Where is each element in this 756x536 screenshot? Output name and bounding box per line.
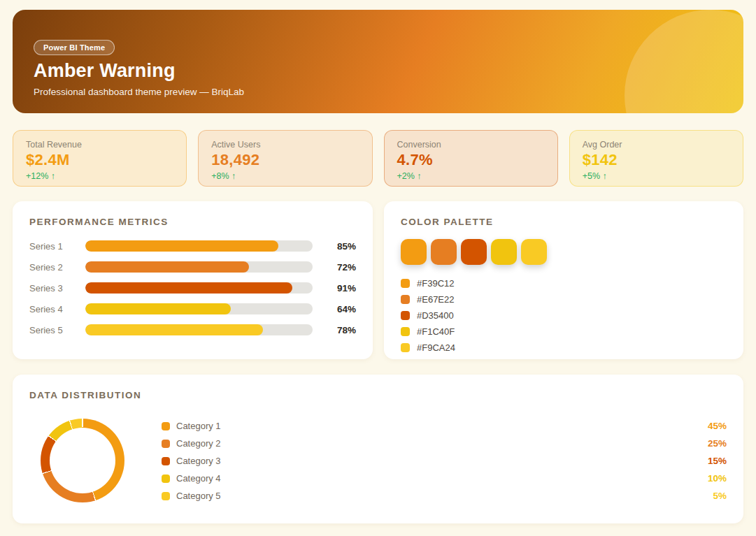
stat-value: $2.4M: [26, 151, 173, 169]
metric-bar-fill: [85, 324, 263, 335]
metric-row: Series 2 72%: [29, 261, 356, 273]
legend-label: Category 1: [176, 421, 221, 431]
metric-row: Series 5 78%: [29, 324, 356, 335]
metric-label: Series 3: [29, 283, 85, 294]
legend-label: Category 5: [176, 491, 221, 501]
stat-label: Conversion: [397, 140, 545, 150]
legend-label: Category 4: [176, 473, 221, 484]
metric-bar-fill: [85, 240, 278, 252]
metric-bar-track: [85, 324, 313, 335]
legend-chip: [162, 492, 170, 500]
distribution-body: Category 1 Category 2 Category 3 Categor…: [29, 417, 727, 505]
stat-cards-row: Total Revenue $2.4M +12% ↑ Active Users …: [13, 130, 743, 187]
metric-label: Series 2: [29, 262, 85, 273]
legend-item: Category 4: [162, 470, 221, 487]
decorative-circle: [625, 10, 743, 113]
stat-value: 18,492: [211, 151, 359, 169]
data-distribution-card: DATA DISTRIBUTION Category 1 Category 2 …: [13, 375, 743, 523]
hex-row: #F1C40F: [401, 326, 727, 337]
metric-label: Series 4: [29, 304, 85, 314]
legend-chip: [162, 457, 170, 465]
hex-chip: [401, 279, 410, 288]
legend-chip: [162, 475, 170, 483]
legend-label: Category 3: [176, 456, 221, 466]
stat-label: Total Revenue: [26, 140, 173, 150]
page-subtitle: Professional dashboard theme preview — B…: [34, 87, 722, 97]
color-swatch: [401, 239, 427, 265]
section-title-data-distribution: DATA DISTRIBUTION: [29, 390, 727, 400]
hex-chip: [401, 311, 410, 320]
stat-delta: +5% ↑: [583, 171, 730, 181]
metric-bar-fill: [85, 282, 292, 294]
metric-value: 78%: [313, 325, 356, 335]
color-swatch: [491, 239, 517, 265]
stat-card-total-revenue: Total Revenue $2.4M +12% ↑: [13, 130, 187, 187]
metric-bar-track: [85, 261, 313, 273]
palette-hex-list: #F39C12 #E67E22 #D35400 #F1C40F #F9CA24: [401, 278, 727, 353]
hex-row: #E67E22: [401, 294, 727, 305]
hex-label: #F39C12: [417, 278, 454, 289]
palette-swatches: [401, 239, 727, 265]
metric-bar-fill: [85, 303, 231, 314]
section-title-color-palette: COLOR PALETTE: [401, 217, 727, 227]
stat-label: Active Users: [211, 140, 359, 150]
hex-row: #D35400: [401, 310, 727, 321]
legend-item: Category 5: [162, 487, 221, 505]
legend-chip: [162, 440, 170, 448]
hex-label: #D35400: [417, 310, 454, 321]
metric-bar-fill: [85, 261, 249, 273]
hex-chip: [401, 327, 410, 336]
metric-value: 64%: [313, 304, 356, 314]
stat-value: 4.7%: [397, 151, 545, 169]
metric-row: Series 3 91%: [29, 282, 356, 294]
percentage-value: 5%: [708, 487, 727, 505]
legend-item: Category 3: [162, 452, 221, 470]
hex-label: #E67E22: [417, 294, 455, 305]
metric-label: Series 1: [29, 241, 85, 252]
page-title: Amber Warning: [34, 60, 722, 82]
hex-label: #F9CA24: [417, 342, 455, 353]
stat-label: Avg Order: [583, 140, 730, 150]
hex-label: #F1C40F: [417, 326, 455, 337]
color-swatch: [431, 239, 457, 265]
hex-chip: [401, 295, 410, 304]
hex-row: #F39C12: [401, 278, 727, 289]
legend-chip: [162, 422, 170, 430]
stat-delta: +2% ↑: [397, 171, 545, 181]
hex-chip: [401, 343, 410, 352]
percentage-value: 45%: [708, 417, 727, 435]
donut-percentages: 45% 25% 15% 10% 5%: [708, 417, 727, 505]
stat-card-active-users: Active Users 18,492 +8% ↑: [198, 130, 372, 187]
metric-value: 85%: [313, 241, 356, 252]
color-palette-card: COLOR PALETTE #F39C12 #E67E22 #D35400 #F…: [384, 201, 743, 359]
theme-badge: Power BI Theme: [34, 40, 115, 55]
percentage-value: 15%: [708, 452, 727, 470]
section-title-performance-metrics: PERFORMANCE METRICS: [29, 217, 356, 227]
donut-chart: [41, 419, 124, 502]
stat-delta: +8% ↑: [211, 171, 359, 181]
color-swatch: [521, 239, 547, 265]
metric-row: Series 4 64%: [29, 303, 356, 314]
legend-item: Category 2: [162, 435, 221, 452]
stat-card-avg-order: Avg Order $142 +5% ↑: [569, 130, 743, 187]
metric-value: 72%: [313, 262, 356, 273]
metric-row: Series 1 85%: [29, 240, 356, 252]
legend-label: Category 2: [176, 438, 221, 449]
metric-label: Series 5: [29, 325, 85, 335]
donut-legend: Category 1 Category 2 Category 3 Categor…: [162, 417, 221, 505]
metric-value: 91%: [313, 283, 356, 294]
percentage-value: 10%: [708, 470, 727, 487]
metric-bars: Series 1 85% Series 2 72% Series 3 91% S…: [29, 240, 356, 335]
percentage-value: 25%: [708, 435, 727, 452]
stat-delta: +12% ↑: [26, 171, 173, 181]
metric-bar-track: [85, 282, 313, 294]
metric-bar-track: [85, 303, 313, 314]
dashboard-page: Power BI Theme Amber Warning Professiona…: [0, 0, 756, 523]
header-banner: Power BI Theme Amber Warning Professiona…: [13, 10, 743, 113]
hex-row: #F9CA24: [401, 342, 727, 353]
color-swatch: [461, 239, 487, 265]
metric-bar-track: [85, 240, 313, 252]
performance-metrics-card: PERFORMANCE METRICS Series 1 85% Series …: [13, 201, 373, 359]
stat-value: $142: [583, 151, 730, 169]
legend-item: Category 1: [162, 417, 221, 435]
